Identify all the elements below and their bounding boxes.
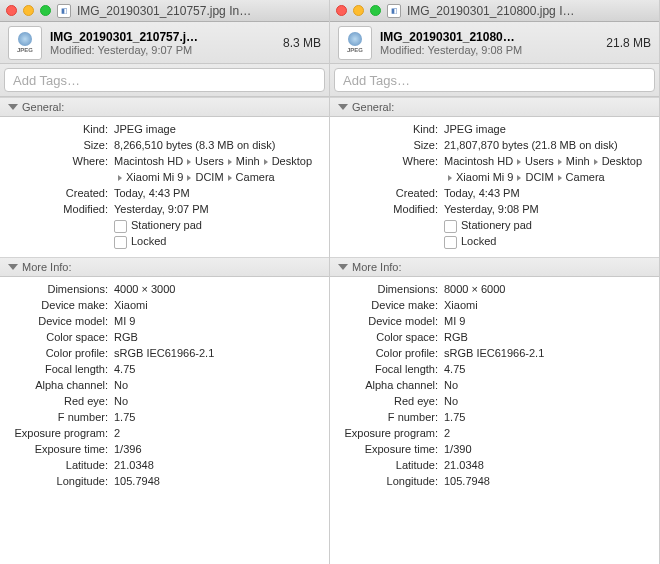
file-name: IMG_20190301_210757.j…: [50, 30, 275, 44]
zoom-icon[interactable]: [370, 5, 381, 16]
info-row: Kind:JPEG image: [10, 121, 319, 137]
info-row: Alpha channel:No: [10, 377, 319, 393]
locked-checkbox[interactable]: [444, 236, 457, 249]
titlebar[interactable]: ◧IMG_20190301_210800.jpg I…: [330, 0, 659, 22]
minimize-icon[interactable]: [23, 5, 34, 16]
info-panel: ◧IMG_20190301_210800.jpg I…JPEGIMG_20190…: [330, 0, 660, 564]
file-size: 8.3 MB: [283, 36, 321, 50]
section-label: General:: [22, 101, 64, 113]
section-body-more-info: Dimensions:4000 × 3000Device make:Xiaomi…: [0, 277, 329, 497]
info-row: Device make:Xiaomi: [10, 297, 319, 313]
info-row: Focal length:4.75: [10, 361, 319, 377]
info-row: Longitude:105.7948: [10, 473, 319, 489]
locked-label: Locked: [461, 235, 496, 247]
info-row: Focal length:4.75: [340, 361, 649, 377]
info-row-where: Where:Macintosh HDUsersMinhDesktopXiaomi…: [340, 153, 649, 185]
stationery-label: Stationery pad: [131, 219, 202, 231]
stationery-checkbox[interactable]: [444, 220, 457, 233]
section-label: More Info:: [22, 261, 72, 273]
close-icon[interactable]: [6, 5, 17, 16]
info-row: Stationery pad: [10, 217, 319, 233]
jpeg-file-icon: ◧: [57, 4, 71, 18]
section-label: General:: [352, 101, 394, 113]
section-body-more-info: Dimensions:8000 × 6000Device make:Xiaomi…: [330, 277, 659, 497]
info-row: Red eye:No: [10, 393, 319, 409]
info-panel: ◧IMG_20190301_210757.jpg In…JPEGIMG_2019…: [0, 0, 330, 564]
info-row-where: Where:Macintosh HDUsersMinhDesktopXiaomi…: [10, 153, 319, 185]
info-row: Locked: [10, 233, 319, 249]
tags-field-wrap: [330, 64, 659, 97]
section-header-general[interactable]: General:: [330, 97, 659, 117]
file-header: JPEGIMG_20190301_210757.j…Modified: Yest…: [0, 22, 329, 64]
tags-input[interactable]: [334, 68, 655, 92]
info-row: Dimensions:4000 × 3000: [10, 281, 319, 297]
file-size: 21.8 MB: [606, 36, 651, 50]
info-row: Exposure program:2: [340, 425, 649, 441]
info-row: Created:Today, 4:43 PM: [10, 185, 319, 201]
info-row: Created:Today, 4:43 PM: [340, 185, 649, 201]
file-name: IMG_20190301_21080…: [380, 30, 598, 44]
info-row: Device make:Xiaomi: [340, 297, 649, 313]
zoom-icon[interactable]: [40, 5, 51, 16]
info-row: Modified:Yesterday, 9:07 PM: [10, 201, 319, 217]
tags-field-wrap: [0, 64, 329, 97]
info-row: Locked: [340, 233, 649, 249]
locked-label: Locked: [131, 235, 166, 247]
info-row: Dimensions:8000 × 6000: [340, 281, 649, 297]
info-row: Color profile:sRGB IEC61966-2.1: [10, 345, 319, 361]
info-row: Longitude:105.7948: [340, 473, 649, 489]
info-row: Color space:RGB: [10, 329, 319, 345]
info-row: F number:1.75: [340, 409, 649, 425]
info-row: Color profile:sRGB IEC61966-2.1: [340, 345, 649, 361]
section-body-general: Kind:JPEG imageSize:8,266,510 bytes (8.3…: [0, 117, 329, 257]
section-body-general: Kind:JPEG imageSize:21,807,870 bytes (21…: [330, 117, 659, 257]
disclosure-triangle-icon: [338, 104, 348, 110]
window-title: IMG_20190301_210757.jpg In…: [77, 4, 323, 18]
file-modified: Modified: Yesterday, 9:07 PM: [50, 44, 275, 56]
stationery-checkbox[interactable]: [114, 220, 127, 233]
section-label: More Info:: [352, 261, 402, 273]
jpeg-file-icon: JPEG: [338, 26, 372, 60]
info-row: Kind:JPEG image: [340, 121, 649, 137]
info-row: Red eye:No: [340, 393, 649, 409]
info-row: Size:21,807,870 bytes (21.8 MB on disk): [340, 137, 649, 153]
window-title: IMG_20190301_210800.jpg I…: [407, 4, 653, 18]
info-row: Color space:RGB: [340, 329, 649, 345]
info-row: Latitude:21.0348: [340, 457, 649, 473]
info-row: Latitude:21.0348: [10, 457, 319, 473]
info-row: Device model:MI 9: [10, 313, 319, 329]
section-header-more-info[interactable]: More Info:: [0, 257, 329, 277]
disclosure-triangle-icon: [338, 264, 348, 270]
disclosure-triangle-icon: [8, 104, 18, 110]
stationery-label: Stationery pad: [461, 219, 532, 231]
info-row: Stationery pad: [340, 217, 649, 233]
minimize-icon[interactable]: [353, 5, 364, 16]
titlebar[interactable]: ◧IMG_20190301_210757.jpg In…: [0, 0, 329, 22]
close-icon[interactable]: [336, 5, 347, 16]
section-header-general[interactable]: General:: [0, 97, 329, 117]
section-header-more-info[interactable]: More Info:: [330, 257, 659, 277]
tags-input[interactable]: [4, 68, 325, 92]
file-modified: Modified: Yesterday, 9:08 PM: [380, 44, 598, 56]
info-row: Modified:Yesterday, 9:08 PM: [340, 201, 649, 217]
info-row: Exposure time:1/396: [10, 441, 319, 457]
info-row: Device model:MI 9: [340, 313, 649, 329]
jpeg-file-icon: ◧: [387, 4, 401, 18]
locked-checkbox[interactable]: [114, 236, 127, 249]
info-row: Alpha channel:No: [340, 377, 649, 393]
info-row: F number:1.75: [10, 409, 319, 425]
disclosure-triangle-icon: [8, 264, 18, 270]
info-row: Exposure program:2: [10, 425, 319, 441]
file-header: JPEGIMG_20190301_21080…Modified: Yesterd…: [330, 22, 659, 64]
info-row: Size:8,266,510 bytes (8.3 MB on disk): [10, 137, 319, 153]
info-row: Exposure time:1/390: [340, 441, 649, 457]
jpeg-file-icon: JPEG: [8, 26, 42, 60]
